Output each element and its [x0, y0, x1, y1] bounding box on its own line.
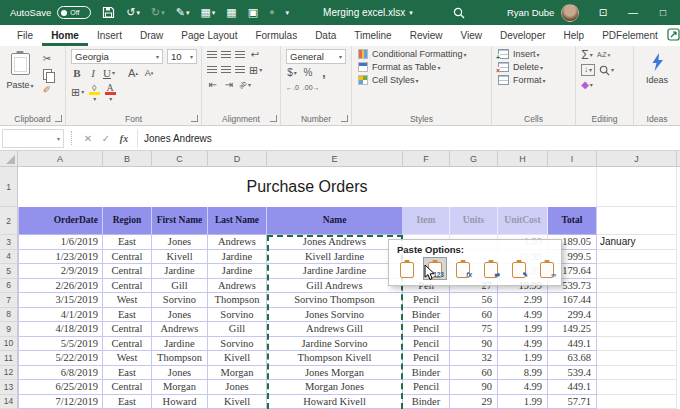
align-right-icon[interactable]	[235, 66, 245, 74]
cell[interactable]: Jardine Sorvino	[267, 337, 403, 352]
table-header-total[interactable]: Total	[548, 207, 597, 235]
cell[interactable]: Sorvino	[208, 337, 267, 352]
cell[interactable]: Jardine	[152, 337, 208, 352]
table-header-orderdate[interactable]: OrderDate	[18, 207, 103, 235]
paste-option-paste-link[interactable]	[535, 257, 559, 280]
wrap-text-icon[interactable]	[249, 49, 261, 61]
tab-review[interactable]: Review	[401, 25, 452, 46]
cell[interactable]: Pencil	[403, 322, 450, 337]
cell[interactable]: Morgan	[152, 380, 208, 395]
cell[interactable]: 1.99	[498, 322, 548, 337]
cell[interactable]	[597, 322, 677, 337]
align-left-icon[interactable]	[207, 66, 217, 74]
row-header-12[interactable]: 12	[0, 366, 18, 381]
cell[interactable]: West	[103, 351, 152, 366]
column-header-G[interactable]: G	[450, 151, 498, 166]
undo-button[interactable]	[126, 7, 135, 18]
cell[interactable]: Jones Sorvino	[267, 308, 403, 323]
format-painter-icon[interactable]	[41, 84, 53, 96]
insert-cells-button[interactable]: + Insert	[498, 49, 575, 59]
cell[interactable]: Binder	[403, 366, 450, 381]
cell[interactable]: 3/15/2019	[18, 293, 103, 308]
cell[interactable]: 449.1	[548, 380, 597, 395]
increase-font-size-button[interactable]	[127, 67, 139, 79]
cell[interactable]: East	[103, 366, 152, 381]
cell[interactable]: Pencil	[403, 380, 450, 395]
formula-input[interactable]: Jones Andrews	[137, 129, 680, 148]
format-as-table-button[interactable]: Format as Table	[358, 62, 491, 72]
percent-style-button[interactable]	[302, 67, 314, 79]
cell[interactable]: Central	[103, 337, 152, 352]
enter-icon[interactable]: ✓	[97, 133, 115, 144]
tab-timeline[interactable]: Timeline	[345, 25, 400, 46]
cell[interactable]: 6/25/2019	[18, 380, 103, 395]
cell[interactable]: 90	[450, 380, 498, 395]
cell[interactable]: 299.4	[548, 308, 597, 323]
cell[interactable]	[597, 279, 677, 294]
cell[interactable]: Kivell	[152, 250, 208, 265]
share-icon[interactable]	[667, 28, 680, 43]
cell[interactable]: 60	[450, 366, 498, 381]
cell[interactable]: 32	[450, 351, 498, 366]
row-header-5[interactable]: 5	[0, 264, 18, 279]
column-header-A[interactable]: A	[18, 151, 103, 166]
cell[interactable]: Gill	[152, 279, 208, 294]
top-align-icon[interactable]	[207, 51, 217, 59]
draw-dropdown-icon[interactable]	[186, 7, 190, 18]
paste-option-transpose[interactable]	[479, 257, 503, 280]
copy-icon[interactable]	[41, 69, 53, 80]
cell[interactable]	[597, 207, 677, 235]
alignment-dialog-launcher-icon[interactable]	[270, 115, 277, 122]
column-header-I[interactable]: I	[548, 151, 597, 166]
cell[interactable]: Sorvino	[208, 308, 267, 323]
cell[interactable]: 29	[450, 395, 498, 409]
cell[interactable]: Gill Andrews	[267, 279, 403, 294]
tab-pdfelement[interactable]: PDFelement	[593, 25, 667, 46]
cell[interactable]: East	[103, 235, 152, 250]
cell[interactable]: Andrews	[208, 235, 267, 250]
select-all-corner[interactable]	[0, 151, 18, 166]
autosum-button[interactable]	[581, 49, 593, 61]
row-header-10[interactable]: 10	[0, 337, 18, 352]
middle-align-icon[interactable]	[221, 51, 231, 59]
cell[interactable]: 4/18/2019	[18, 322, 103, 337]
minimize-button[interactable]	[618, 7, 648, 18]
save-button[interactable]	[102, 6, 115, 19]
cell[interactable]: Jardine Jardine	[267, 264, 403, 279]
redo-dropdown-icon[interactable]	[161, 7, 165, 18]
sheet-title-cell[interactable]: Purchase Orders	[18, 167, 597, 207]
column-header-B[interactable]: B	[103, 151, 152, 166]
cell[interactable]: Kivell Jardine	[267, 250, 403, 265]
cell[interactable]	[597, 351, 677, 366]
cell[interactable]	[597, 395, 677, 409]
cell[interactable]: 2/26/2019	[18, 279, 103, 294]
row-header-8[interactable]: 8	[0, 308, 18, 323]
cell[interactable]: 1.99	[498, 395, 548, 409]
cell[interactable]: Pencil	[403, 293, 450, 308]
align-center-icon[interactable]	[221, 66, 231, 74]
cell[interactable]: Jardine	[152, 264, 208, 279]
cell[interactable]: Central	[103, 279, 152, 294]
cell[interactable]: East	[103, 308, 152, 323]
merge-center-icon[interactable]	[249, 64, 262, 76]
row-header-7[interactable]: 7	[0, 293, 18, 308]
cell[interactable]: West	[103, 293, 152, 308]
cell[interactable]: 149.25	[548, 322, 597, 337]
cell[interactable]: 63.68	[548, 351, 597, 366]
cell[interactable]: Binder	[403, 308, 450, 323]
italic-button[interactable]	[87, 67, 99, 79]
ideas-button[interactable]: Ideas	[634, 53, 680, 85]
cell[interactable]: 4.99	[498, 380, 548, 395]
search-icon[interactable]	[453, 7, 465, 19]
cell[interactable]: 4/1/2019	[18, 308, 103, 323]
cell[interactable]: Jones	[152, 366, 208, 381]
cell[interactable]	[597, 366, 677, 381]
cell[interactable]: 1.99	[498, 351, 548, 366]
cell[interactable]: Thompson Kivell	[267, 351, 403, 366]
cell[interactable]: 2/9/2019	[18, 264, 103, 279]
tab-home[interactable]: Home	[42, 25, 88, 46]
cell[interactable]: 60	[450, 308, 498, 323]
clear-button[interactable]	[581, 79, 593, 91]
table-header-last-name[interactable]: Last Name	[208, 207, 267, 235]
fill-button[interactable]	[581, 64, 595, 76]
